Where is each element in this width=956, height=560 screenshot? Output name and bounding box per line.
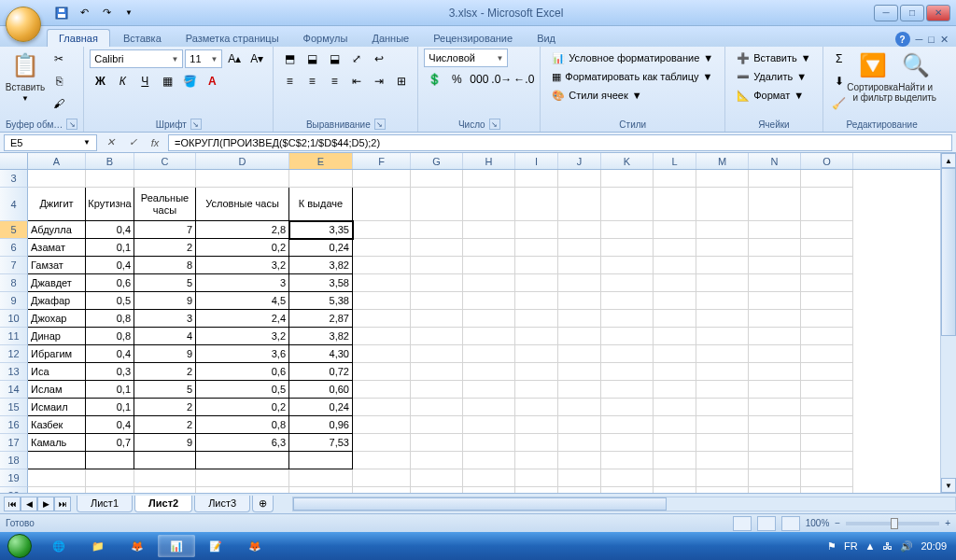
insert-cells-button[interactable]: ➕ Вставить ▼ <box>731 49 817 67</box>
cell[interactable] <box>353 416 411 434</box>
cell[interactable] <box>558 416 601 434</box>
cell[interactable] <box>558 292 601 310</box>
delete-cells-button[interactable]: ➖ Удалить ▼ <box>731 67 817 86</box>
cell[interactable]: 0,4 <box>86 257 134 274</box>
cell[interactable]: 2 <box>134 399 196 416</box>
cell[interactable] <box>463 399 515 416</box>
system-tray[interactable]: ⚑ FR ▲ 🖧 🔊 20:09 <box>818 540 956 553</box>
cell[interactable] <box>515 239 558 257</box>
cell[interactable] <box>515 345 558 363</box>
cell[interactable] <box>749 469 801 487</box>
cell[interactable] <box>28 170 86 188</box>
bold-button[interactable]: Ж <box>90 71 110 91</box>
cell[interactable]: Джавдет <box>28 274 86 292</box>
cell[interactable]: 0,5 <box>86 292 134 310</box>
cell[interactable] <box>749 188 801 221</box>
cell[interactable]: Реальные часы <box>134 188 196 221</box>
cell[interactable]: 0,8 <box>86 328 134 345</box>
row-header[interactable]: 10 <box>0 310 28 328</box>
sheet-tab[interactable]: Лист3 <box>194 496 250 512</box>
cell[interactable]: 2,4 <box>196 310 289 328</box>
cell[interactable] <box>196 170 289 188</box>
cell[interactable] <box>601 170 654 188</box>
cell[interactable]: 0,5 <box>196 381 289 399</box>
copy-icon[interactable]: ⎘ <box>49 71 69 91</box>
cell[interactable]: 6,3 <box>196 434 289 452</box>
font-launcher[interactable]: ↘ <box>190 119 202 130</box>
cell[interactable] <box>411 416 463 434</box>
cell[interactable]: 0,2 <box>196 239 289 257</box>
cell[interactable] <box>749 257 801 274</box>
number-launcher[interactable]: ↘ <box>489 119 500 130</box>
cell[interactable] <box>696 452 749 469</box>
cell[interactable] <box>134 452 196 469</box>
cell[interactable] <box>696 381 749 399</box>
office-button[interactable] <box>6 7 41 42</box>
border-button[interactable]: ▦ <box>157 71 177 91</box>
cell[interactable]: 3 <box>196 274 289 292</box>
cell[interactable] <box>515 188 558 221</box>
cell[interactable]: 2 <box>134 363 196 381</box>
cell[interactable] <box>654 170 696 188</box>
cell[interactable] <box>801 274 853 292</box>
cell[interactable] <box>749 239 801 257</box>
row-header[interactable]: 9 <box>0 292 28 310</box>
cell[interactable] <box>515 292 558 310</box>
align-bottom-icon[interactable]: ⬓ <box>324 49 344 69</box>
cell[interactable] <box>411 274 463 292</box>
column-header[interactable]: M <box>696 153 749 169</box>
tray-clock[interactable]: 20:09 <box>921 540 947 552</box>
cell[interactable] <box>558 434 601 452</box>
cell[interactable]: Условные часы <box>196 188 289 221</box>
format-as-table-button[interactable]: ▦ Форматировать как таблицу ▼ <box>546 67 719 86</box>
mdi-close-icon[interactable]: ✕ <box>940 34 949 46</box>
orientation-icon[interactable]: ⤢ <box>346 49 367 69</box>
cell[interactable] <box>696 328 749 345</box>
cell[interactable] <box>558 310 601 328</box>
enter-formula-icon[interactable]: ✓ <box>123 134 142 151</box>
column-header[interactable]: B <box>86 153 134 169</box>
row-header[interactable]: 18 <box>0 452 28 469</box>
zoom-in-icon[interactable]: + <box>945 518 950 528</box>
cell[interactable] <box>353 345 411 363</box>
cell[interactable] <box>558 170 601 188</box>
row-header[interactable]: 6 <box>0 239 28 257</box>
cell[interactable] <box>558 239 601 257</box>
column-header[interactable]: F <box>353 153 411 169</box>
cell[interactable]: 5 <box>134 274 196 292</box>
cell[interactable] <box>411 345 463 363</box>
cell[interactable] <box>289 469 353 487</box>
cell[interactable] <box>515 416 558 434</box>
cell[interactable] <box>749 452 801 469</box>
cell[interactable] <box>601 274 654 292</box>
cell[interactable] <box>601 188 654 221</box>
cell[interactable] <box>801 434 853 452</box>
cell[interactable] <box>749 416 801 434</box>
cell[interactable] <box>515 469 558 487</box>
column-header[interactable]: C <box>134 153 196 169</box>
row-header[interactable]: 5 <box>0 221 28 239</box>
cell[interactable]: 3,58 <box>289 274 353 292</box>
cell[interactable]: 4 <box>134 328 196 345</box>
cell[interactable] <box>411 170 463 188</box>
sort-filter-button[interactable]: 🔽 Сортировка и фильтр <box>853 49 893 105</box>
cell[interactable]: 0,96 <box>289 416 353 434</box>
decrease-indent-icon[interactable]: ⇤ <box>346 71 367 91</box>
cell[interactable] <box>134 469 196 487</box>
column-header[interactable]: A <box>28 153 86 169</box>
cell[interactable]: 9 <box>134 434 196 452</box>
row-header[interactable]: 13 <box>0 363 28 381</box>
clipboard-launcher[interactable]: ↘ <box>66 119 77 130</box>
cell[interactable] <box>463 274 515 292</box>
cell[interactable] <box>654 257 696 274</box>
fx-icon[interactable]: fx <box>146 134 164 151</box>
number-format-combo[interactable]: Числовой▼ <box>424 49 508 67</box>
tab-insert[interactable]: Вставка <box>112 30 173 47</box>
cell[interactable] <box>463 188 515 221</box>
cell[interactable] <box>654 434 696 452</box>
formula-input[interactable]: =ОКРУГЛ(ПРОИЗВЕД($C$2;1/$D$44;D5);2) <box>168 134 952 151</box>
cell[interactable] <box>801 363 853 381</box>
cell[interactable]: 0,8 <box>86 310 134 328</box>
cell[interactable] <box>28 469 86 487</box>
column-header[interactable]: K <box>601 153 654 169</box>
